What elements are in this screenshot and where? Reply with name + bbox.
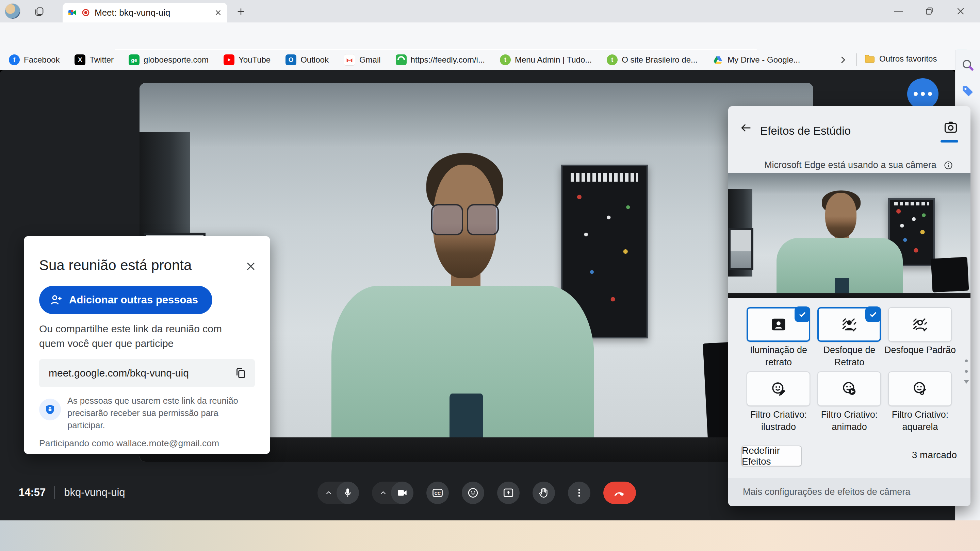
- camera-options-chevron-icon[interactable]: [372, 488, 391, 497]
- panel-camera-tab-icon[interactable]: [943, 120, 958, 135]
- meeting-link-box[interactable]: meet.google.com/bkq-vunq-uiq: [39, 359, 255, 387]
- meeting-link: meet.google.com/bkq-vunq-uiq: [49, 367, 189, 379]
- tile-standard-blur[interactable]: [888, 307, 952, 342]
- dialog-close-icon[interactable]: [245, 260, 256, 272]
- svg-text:CC: CC: [434, 491, 441, 496]
- more-camera-settings-link: Mais configurações de efeitos de câmera: [743, 487, 910, 497]
- scroll-dot: [965, 370, 968, 373]
- camera-usage-note: Microsoft Edge está usando a sua câmera: [764, 160, 953, 170]
- permission-note: As pessoas que usarem este link da reuni…: [67, 395, 248, 432]
- tab-title: Meet: bkq-vunq-uiq: [95, 8, 210, 18]
- gmail-icon: [344, 54, 355, 66]
- bookmark-feedly[interactable]: https://feedly.com/i...: [396, 54, 485, 65]
- face-brush-icon: [911, 380, 929, 398]
- selected-check-icon: [795, 306, 810, 322]
- tile-label: Desfoque Padrão: [884, 344, 956, 356]
- shield-lock-icon: [39, 399, 61, 421]
- effects-camera-preview: [728, 173, 970, 298]
- tile-filter-animated[interactable]: [817, 372, 881, 406]
- meet-clock: 14:57: [19, 486, 46, 499]
- browser-tab[interactable]: Meet: bkq-vunq-uiq: [63, 3, 227, 22]
- folder-icon: [864, 54, 875, 64]
- portrait-blur-icon: [840, 316, 858, 333]
- youtube-icon: [224, 54, 234, 65]
- meet-favicon: [68, 8, 77, 17]
- browser-toolbar: https://meet.google.com/bkq-vunq-uiq?pli…: [0, 22, 980, 50]
- tile-filter-illustrated[interactable]: [746, 372, 810, 406]
- tile-label: Iluminação de retrato: [743, 344, 815, 368]
- tile-label: Filtro Criativo: aquarela: [884, 409, 956, 433]
- globoesporte-icon: ge: [129, 54, 140, 65]
- facebook-icon: f: [9, 54, 20, 65]
- other-favorites-folder[interactable]: Outros favoritos: [864, 54, 937, 64]
- workspaces-icon[interactable]: [34, 6, 44, 17]
- portrait-light-icon: [770, 316, 788, 333]
- meeting-code: bkq-vunq-uiq: [64, 486, 125, 499]
- copy-link-icon[interactable]: [234, 367, 247, 379]
- tab-recording-indicator-icon: [82, 8, 90, 17]
- panel-title: Efeitos de Estúdio: [760, 124, 851, 137]
- reactions-button[interactable]: [462, 482, 484, 504]
- browser-profile-avatar[interactable]: [5, 3, 21, 19]
- tudo-icon: t: [607, 54, 617, 65]
- bookmark-outlook[interactable]: O Outlook: [285, 54, 329, 65]
- tab-close-icon[interactable]: [215, 9, 222, 16]
- face-play-icon: [840, 380, 858, 398]
- mic-button-group[interactable]: [318, 482, 359, 504]
- camera-button-group[interactable]: [372, 482, 414, 504]
- new-tab-button[interactable]: [236, 7, 246, 16]
- present-screen-button[interactable]: [497, 482, 520, 504]
- end-call-button[interactable]: [603, 482, 636, 504]
- standard-blur-icon: [911, 316, 929, 333]
- bookmark-my-drive[interactable]: My Drive - Google...: [713, 54, 800, 65]
- bookmark-globoesporte[interactable]: ge globoesporte.com: [129, 54, 208, 65]
- window-close-button[interactable]: [953, 3, 969, 19]
- bookmarks-overflow-chevron[interactable]: [838, 55, 848, 65]
- joined-as-text: Participando como wallace.mote@gmail.com: [39, 438, 219, 449]
- tab-strip: Meet: bkq-vunq-uiq: [0, 0, 980, 22]
- active-tab-indicator: [940, 140, 958, 143]
- selected-check-icon: [865, 306, 881, 322]
- face-pen-icon: [770, 380, 788, 398]
- tile-portrait-light[interactable]: [746, 307, 810, 342]
- floating-more-button[interactable]: [907, 78, 939, 110]
- studio-effects-panel: Efeitos de Estúdio Microsoft Edge está u…: [728, 106, 970, 506]
- outlook-icon: O: [285, 54, 296, 65]
- selected-count: 3 marcado: [912, 449, 957, 460]
- scroll-dot: [965, 359, 968, 362]
- bookmarks-bar: f Facebook X Twitter ge globoesporte.com…: [0, 50, 980, 70]
- sidebar-search-icon[interactable]: [961, 58, 975, 72]
- person-add-icon: [49, 293, 63, 307]
- tile-portrait-blur[interactable]: [817, 307, 881, 342]
- bookmark-youtube[interactable]: YouTube: [224, 54, 270, 65]
- tile-filter-watercolor[interactable]: [888, 372, 952, 406]
- scroll-down-arrow[interactable]: [964, 380, 969, 384]
- share-hint-text: Ou compartilhe este link da reunião com …: [39, 322, 247, 351]
- bookmark-gmail[interactable]: Gmail: [344, 54, 381, 66]
- info-icon[interactable]: [943, 160, 953, 170]
- panel-footer[interactable]: Mais configurações de efeitos de câmera: [728, 478, 970, 506]
- tudo-icon: t: [500, 54, 511, 65]
- bookmark-twitter[interactable]: X Twitter: [75, 54, 114, 65]
- camera-icon[interactable]: [391, 482, 414, 504]
- mic-options-chevron-icon[interactable]: [318, 488, 337, 497]
- meeting-ready-dialog: Sua reunião está pronta Adicionar outras…: [24, 236, 270, 454]
- reset-effects-button[interactable]: Redefinir Efeitos: [741, 446, 802, 466]
- sidebar-shopping-tag-icon[interactable]: [961, 85, 975, 98]
- window-minimize-button[interactable]: [891, 3, 907, 19]
- mic-icon[interactable]: [337, 482, 359, 504]
- panel-back-icon[interactable]: [739, 121, 753, 135]
- bookmark-facebook[interactable]: f Facebook: [9, 54, 60, 65]
- bookmark-menu-admin[interactable]: t Menu Admin | Tudo...: [500, 54, 592, 65]
- feedly-icon: [396, 54, 407, 65]
- google-drive-icon: [713, 54, 724, 65]
- bookmarks-divider: [856, 53, 857, 66]
- add-people-button[interactable]: Adicionar outras pessoas: [39, 286, 212, 314]
- tile-label: Filtro Criativo: animado: [813, 409, 885, 433]
- tile-label: Filtro Criativo: ilustrado: [743, 409, 815, 433]
- bookmark-site-brasileiro[interactable]: t O site Brasileiro de...: [607, 54, 698, 65]
- window-restore-button[interactable]: [921, 3, 937, 19]
- more-options-button[interactable]: [568, 482, 590, 504]
- captions-button[interactable]: CC: [426, 482, 449, 504]
- raise-hand-button[interactable]: [533, 482, 555, 504]
